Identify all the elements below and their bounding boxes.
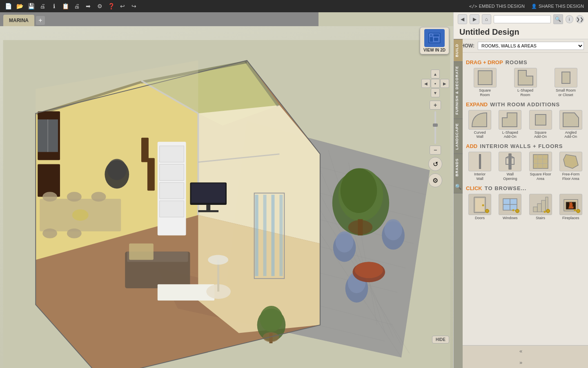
svg-rect-82: [428, 33, 441, 43]
nav-down-button[interactable]: ▼: [431, 88, 440, 97]
small-room-item[interactable]: Small Roomor Closet: [547, 68, 585, 97]
svg-rect-106: [533, 207, 537, 212]
small-room-label: Small Roomor Closet: [556, 88, 576, 97]
sidebar-item-search[interactable]: 🔍: [454, 180, 463, 193]
floor-plan-svg: [0, 40, 453, 368]
panel-back-button[interactable]: ◀: [458, 14, 467, 24]
help-icon[interactable]: ❓: [107, 2, 115, 10]
undo-icon[interactable]: ↩: [118, 2, 127, 10]
fireplaces-label: Fireplaces: [562, 216, 579, 220]
toolbar-left: 📄 📂 💾 🖨 ℹ 📋 🖨 ➡ ⚙ ❓ ↩ ↪: [4, 2, 138, 10]
save-icon[interactable]: 💾: [27, 2, 35, 10]
redo-icon[interactable]: ↪: [130, 2, 138, 10]
angled-addon-icon: [559, 110, 582, 130]
panel-header-bottom: Untitled Design: [458, 26, 584, 37]
export-icon[interactable]: ➡: [84, 2, 92, 10]
sidebar-item-furnish[interactable]: FURNISH & DECORATE: [454, 61, 463, 119]
add-tab-button[interactable]: +: [36, 16, 45, 25]
panel-home-button[interactable]: ⌂: [482, 14, 491, 24]
embed-link[interactable]: </> EMBED THIS DESIGN: [469, 4, 525, 9]
svg-point-113: [574, 209, 576, 211]
doors-browse-item[interactable]: Doors: [466, 194, 494, 220]
tab-marina[interactable]: MARINA: [3, 15, 34, 26]
collapse-up-button[interactable]: «: [454, 346, 588, 357]
hide-button[interactable]: HIDE: [432, 336, 449, 343]
svg-rect-46: [160, 146, 184, 162]
svg-rect-31: [271, 195, 274, 276]
svg-rect-56: [129, 244, 154, 260]
nav-controls: ▲ ◀ ● ▶ ▼ + − ↺ ⚙: [421, 70, 449, 187]
sidebar-item-build[interactable]: BUILD: [454, 39, 463, 61]
nav-center-button[interactable]: ●: [431, 79, 440, 88]
panel-search-input[interactable]: [494, 15, 551, 23]
top-toolbar: 📄 📂 💾 🖨 ℹ 📋 🖨 ➡ ⚙ ❓ ↩ ↪ </> EMBED THIS D…: [0, 0, 588, 12]
panel-info-button[interactable]: i: [566, 15, 573, 23]
canvas-area[interactable]: MARINA +: [0, 12, 453, 368]
angled-addon-item[interactable]: AngledAdd-On: [557, 110, 585, 139]
svg-marker-89: [502, 113, 517, 127]
interior-wall-icon: [468, 152, 491, 171]
svg-point-65: [348, 220, 373, 235]
panel-forward-button[interactable]: ▶: [470, 14, 479, 24]
interior-wall-item[interactable]: InteriorWall: [466, 152, 494, 181]
nav-up-button[interactable]: ▲: [431, 70, 440, 79]
sidebar-item-brands[interactable]: BRANDS: [454, 154, 463, 181]
windows-label: Windows: [503, 216, 518, 220]
l-shaped-room-label: L-ShapedRoom: [517, 88, 533, 97]
svg-rect-48: [160, 182, 184, 199]
sidebar-item-landscape[interactable]: LANDSCAPE: [454, 119, 463, 154]
doors-dot: [485, 209, 489, 213]
curved-wall-item[interactable]: CurvedWall: [466, 110, 494, 139]
doors-browse-icon: [468, 194, 491, 215]
print2-icon[interactable]: 🖨: [73, 2, 81, 10]
show-dropdown[interactable]: ROOMS, WALLS & AREAS: [478, 42, 584, 50]
section-interior-prefix: ADD: [466, 143, 477, 149]
svg-point-60: [208, 255, 228, 265]
room-additions-grid: CurvedWall L-ShapedAdd-On SquareAdd-On: [466, 110, 585, 139]
svg-point-71: [336, 231, 354, 253]
zoom-slider: + −: [430, 101, 441, 155]
scene-settings-button[interactable]: ⚙: [428, 173, 442, 187]
fireplaces-browse-icon: [559, 194, 582, 215]
svg-point-42: [42, 229, 57, 238]
info-icon[interactable]: ℹ: [50, 2, 58, 10]
zoom-in-button[interactable]: +: [430, 101, 441, 110]
tab-bar: MARINA +: [0, 12, 318, 26]
rotate-button[interactable]: ↺: [428, 157, 442, 171]
section-drag-prefix: DRAG + DROP: [466, 59, 503, 65]
wall-opening-item[interactable]: WallOpening: [496, 152, 524, 181]
open-icon[interactable]: 📂: [16, 2, 24, 10]
settings-icon[interactable]: ⚙: [96, 2, 104, 10]
square-room-item[interactable]: SquareRoom: [466, 68, 504, 97]
view-in-2d-button[interactable]: VIEW IN 2D: [420, 27, 449, 54]
l-shaped-addon-icon: [499, 110, 521, 130]
svg-point-40: [67, 192, 82, 202]
nav-left-button[interactable]: ◀: [421, 79, 430, 88]
freeform-floor-label: Free-FormFloor Area: [562, 172, 580, 181]
interior-walls-grid: InteriorWall WallOpening: [466, 152, 585, 181]
print-icon[interactable]: 🖨: [38, 2, 47, 10]
freeform-floor-item[interactable]: Free-FormFloor Area: [557, 152, 585, 181]
stairs-browse-item[interactable]: Stairs: [527, 194, 555, 220]
panel-title: Untitled Design: [459, 27, 584, 37]
windows-browse-item[interactable]: Windows: [496, 194, 524, 220]
l-shaped-room-item[interactable]: L-ShapedRoom: [506, 68, 544, 97]
svg-rect-27: [147, 158, 155, 191]
collapse-down-button[interactable]: »: [454, 357, 588, 368]
search-go-button[interactable]: 🔍: [553, 14, 563, 24]
zoom-out-button[interactable]: −: [430, 146, 441, 155]
share-link[interactable]: 👤 SHARE THIS DESIGN: [531, 4, 584, 9]
list-icon[interactable]: 📋: [61, 2, 69, 10]
square-addon-item[interactable]: SquareAdd-On: [527, 110, 555, 139]
svg-point-44: [72, 209, 89, 221]
panel-content: DRAG + DROP ROOMS SquareRoom L-Sh: [463, 53, 588, 368]
square-floor-item[interactable]: Square FloorArea: [527, 152, 555, 181]
square-floor-label: Square FloorArea: [530, 172, 551, 181]
new-file-icon[interactable]: 📄: [4, 2, 12, 10]
l-shaped-addon-item[interactable]: L-ShapedAdd-On: [496, 110, 524, 139]
zoom-handle[interactable]: [433, 123, 438, 127]
fireplaces-browse-item[interactable]: Fireplaces: [557, 194, 585, 220]
panel-collapse-button[interactable]: ❯❯: [576, 15, 584, 23]
nav-right-button[interactable]: ▶: [440, 79, 449, 88]
zoom-track[interactable]: [434, 111, 436, 144]
